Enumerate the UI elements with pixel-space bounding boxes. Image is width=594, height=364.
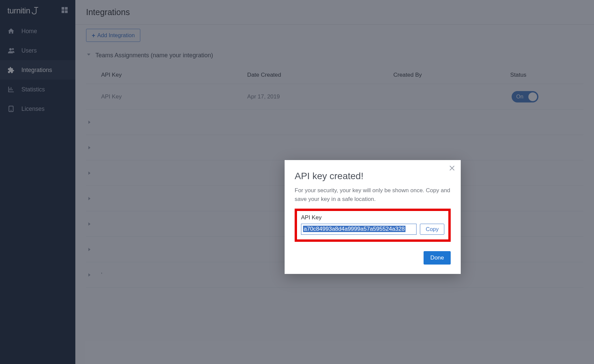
copy-button[interactable]: Copy (420, 224, 444, 235)
modal-description: For your security, your key will only be… (295, 186, 451, 203)
api-key-modal: API key created! For your security, your… (285, 160, 461, 274)
api-key-highlight-box: API Key a70c84993a8d4a9999a57a595524a328… (295, 209, 451, 242)
api-key-input[interactable]: a70c84993a8d4a9999a57a595524a328 (301, 224, 417, 235)
modal-title: API key created! (295, 171, 451, 181)
api-key-label: API Key (301, 214, 444, 221)
done-button[interactable]: Done (424, 251, 451, 265)
close-icon[interactable] (449, 165, 455, 173)
api-key-value: a70c84993a8d4a9999a57a595524a328 (303, 226, 405, 232)
